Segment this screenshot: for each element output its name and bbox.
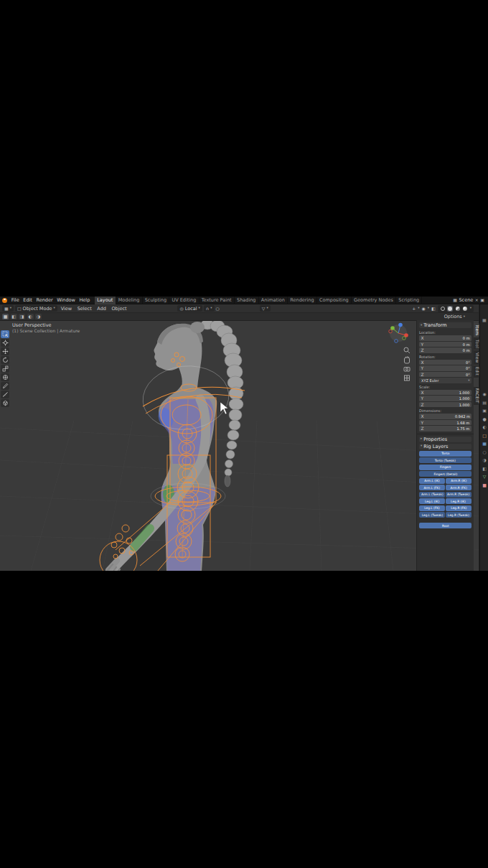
modifier-properties-icon[interactable]: ▦ bbox=[482, 442, 487, 446]
workspace-tab-rendering[interactable]: Rendering bbox=[288, 297, 317, 304]
rig-layer-root-button[interactable]: Root bbox=[419, 523, 471, 528]
dimensions-x-field[interactable]: X 0.942 m bbox=[419, 414, 471, 419]
dimensions-y-field[interactable]: Y 1.68 m bbox=[419, 420, 471, 426]
selectability-filter-dropdown[interactable]: ▽ ▾ bbox=[260, 305, 271, 312]
workspace-tab-modeling[interactable]: Modeling bbox=[116, 297, 143, 304]
navigation-gizmo[interactable] bbox=[389, 323, 408, 343]
shading-material-icon[interactable] bbox=[455, 306, 461, 312]
measure-tool[interactable] bbox=[1, 391, 9, 398]
dimensions-z-field[interactable]: Z 1.75 m bbox=[419, 426, 471, 431]
scale-x-field[interactable]: X 1.000 bbox=[419, 390, 471, 396]
workspace-tab-uv-editing[interactable]: UV Editing bbox=[169, 297, 199, 304]
location-z-field[interactable]: Z 0 m bbox=[419, 347, 471, 353]
rig-layer-arm-l-fk-button[interactable]: Arm.L (FK) bbox=[419, 485, 445, 490]
menu-file[interactable]: File bbox=[9, 297, 21, 303]
workspace-tab-texture-paint[interactable]: Texture Paint bbox=[200, 297, 235, 304]
annotate-tool[interactable] bbox=[1, 382, 9, 390]
workspace-tab-animation[interactable]: Animation bbox=[259, 297, 288, 304]
sidebar-tab-tool[interactable]: Tool bbox=[474, 337, 479, 350]
rig-layer-arm-l-ik-button[interactable]: Arm.L (IK) bbox=[419, 478, 445, 484]
pan-hand-icon[interactable] bbox=[405, 356, 410, 363]
rotation-y-field[interactable]: Y 0° bbox=[419, 365, 471, 371]
location-x-field[interactable]: X 0 m bbox=[419, 335, 471, 341]
scale-tool[interactable] bbox=[1, 365, 9, 373]
workspace-tab-sculpting[interactable]: Sculpting bbox=[143, 297, 170, 304]
rotate-tool[interactable] bbox=[1, 356, 9, 364]
workspace-tab-scripting[interactable]: Scripting bbox=[396, 297, 422, 304]
options-dropdown[interactable]: Options ▾ bbox=[444, 314, 465, 319]
rig-layer-torso-tweak-button[interactable]: Torso (Tweak) bbox=[419, 457, 471, 463]
sidebar-tab-faceit[interactable]: FACEIT bbox=[474, 387, 479, 406]
mode-dropdown[interactable]: □ Object Mode ▾ bbox=[15, 305, 57, 312]
cursor-tool[interactable] bbox=[1, 339, 9, 347]
sidebar-tab-item[interactable]: Item bbox=[474, 323, 479, 337]
workspace-tab-compositing[interactable]: Compositing bbox=[317, 297, 352, 304]
scale-z-field[interactable]: Z 1.000 bbox=[419, 402, 471, 408]
sidebar-tab-view[interactable]: View bbox=[474, 350, 479, 365]
proportional-editing-icon[interactable]: ○ bbox=[216, 307, 220, 311]
zoom-icon[interactable] bbox=[404, 347, 410, 353]
menu-render[interactable]: Render bbox=[34, 297, 55, 303]
scene-name[interactable]: Scene bbox=[459, 297, 473, 303]
view-layer-properties-icon[interactable]: ▣ bbox=[482, 409, 487, 413]
rig-layer-arm-r-ik-button[interactable]: Arm.R (IK) bbox=[446, 478, 471, 484]
character-model[interactable] bbox=[105, 321, 243, 571]
rotation-x-field[interactable]: X 0° bbox=[419, 360, 471, 365]
view-layer-icon[interactable]: ▣ bbox=[480, 298, 484, 302]
select-subtract-icon[interactable]: ◨ bbox=[19, 314, 25, 319]
render-properties-icon[interactable]: ◉ bbox=[482, 392, 486, 396]
rig-layer-arm-l-tweak-button[interactable]: Arm.L (Tweak) bbox=[419, 492, 445, 498]
select-set-icon[interactable]: ■ bbox=[2, 314, 9, 319]
menu-edit[interactable]: Edit bbox=[21, 297, 34, 303]
menu-help[interactable]: Help bbox=[78, 297, 92, 303]
editor-type-icon[interactable]: ▦ bbox=[482, 317, 487, 322]
workspace-tab-layout[interactable]: Layout bbox=[95, 297, 116, 304]
transform-orientation-dropdown[interactable]: ◎ Local ▾ bbox=[177, 305, 202, 312]
menu-add[interactable]: Add bbox=[95, 306, 108, 312]
shading-rendered-icon[interactable] bbox=[462, 306, 468, 312]
rotation-mode-dropdown[interactable]: XYZ Euler ▾ bbox=[419, 378, 471, 383]
viewport-3d[interactable]: User Perspective (1) Scene Collection | … bbox=[0, 321, 479, 571]
transform-tool[interactable] bbox=[1, 373, 9, 381]
menu-window[interactable]: Window bbox=[55, 297, 77, 303]
viewport-canvas[interactable] bbox=[0, 321, 479, 571]
rig-layer-torso-button[interactable]: Torso bbox=[419, 451, 471, 457]
location-y-field[interactable]: Y 0 m bbox=[419, 342, 471, 347]
workspace-tab-shading[interactable]: Shading bbox=[235, 297, 259, 304]
rig-layer-leg-r-fk-button[interactable]: Leg.R (FK) bbox=[446, 505, 471, 511]
rig-layer-leg-r-ik-button[interactable]: Leg.R (IK) bbox=[446, 498, 471, 504]
show-gizmo-icon[interactable]: + bbox=[412, 307, 416, 311]
select-intersect-icon[interactable]: ◑ bbox=[35, 314, 42, 319]
rig-layer-leg-r-tweak-button[interactable]: Leg.R (Tweak) bbox=[446, 512, 471, 518]
add-cube-tool[interactable] bbox=[1, 399, 9, 407]
particle-properties-icon[interactable]: ○ bbox=[482, 450, 486, 454]
menu-select[interactable]: Select bbox=[75, 306, 94, 312]
object-properties-icon[interactable]: □ bbox=[482, 434, 487, 438]
rig-layer-leg-l-ik-button[interactable]: Leg.L (IK) bbox=[419, 498, 445, 504]
properties-panel-header[interactable]: ▸ Properties bbox=[419, 437, 471, 442]
select-difference-icon[interactable]: ◐ bbox=[27, 314, 34, 319]
output-properties-icon[interactable]: ▤ bbox=[482, 401, 487, 405]
rig-layer-leg-l-fk-button[interactable]: Leg.L (FK) bbox=[419, 505, 445, 511]
object-data-properties-icon[interactable]: ▽ bbox=[483, 475, 487, 479]
physics-properties-icon[interactable]: ◑ bbox=[482, 458, 486, 462]
workspace-tab-geometry-nodes[interactable]: Geometry Nodes bbox=[352, 297, 396, 304]
scale-y-field[interactable]: Y 1.000 bbox=[419, 396, 471, 401]
shading-solid-icon[interactable] bbox=[447, 306, 453, 312]
sidebar-tab-edit[interactable]: Edit bbox=[474, 365, 479, 378]
rotation-z-field[interactable]: Z 0° bbox=[419, 372, 471, 378]
move-tool[interactable] bbox=[1, 347, 9, 355]
scene-properties-icon[interactable]: ● bbox=[482, 417, 486, 421]
world-properties-icon[interactable]: ◐ bbox=[482, 425, 486, 429]
transform-panel-header[interactable]: ▾ Transform bbox=[419, 322, 471, 328]
perspective-toggle-icon[interactable] bbox=[405, 375, 410, 381]
constraint-properties-icon[interactable]: ◧ bbox=[482, 467, 487, 471]
editor-type-button[interactable]: ▦ ▾ bbox=[2, 305, 14, 312]
select-extend-icon[interactable]: ◧ bbox=[11, 314, 17, 319]
menu-view[interactable]: View bbox=[59, 306, 74, 312]
rig-layer-arm-r-tweak-button[interactable]: Arm.R (Tweak) bbox=[446, 492, 471, 498]
rig-layer-leg-l-tweak-button[interactable]: Leg.L (Tweak) bbox=[419, 512, 445, 518]
select-box-tool[interactable] bbox=[1, 330, 9, 338]
blender-logo-icon[interactable] bbox=[2, 298, 7, 303]
rig-layer-arm-r-fk-button[interactable]: Arm.R (FK) bbox=[446, 485, 471, 490]
